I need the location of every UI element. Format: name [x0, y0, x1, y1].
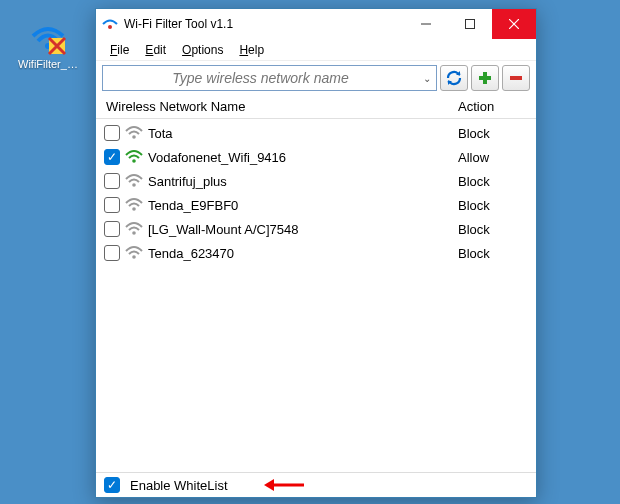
network-action: Block: [458, 198, 528, 213]
network-checkbox[interactable]: [104, 221, 120, 237]
column-header-action[interactable]: Action: [458, 99, 528, 114]
wifi-signal-icon: [124, 245, 144, 261]
network-name: Tenda_623470: [148, 246, 458, 261]
close-button[interactable]: [492, 9, 536, 39]
svg-point-9: [132, 135, 136, 139]
network-checkbox[interactable]: [104, 173, 120, 189]
network-row[interactable]: Tenda_623470Block: [104, 241, 528, 265]
svg-point-10: [132, 159, 136, 163]
menu-options[interactable]: Options: [174, 41, 231, 59]
menu-help[interactable]: Help: [231, 41, 272, 59]
close-icon: [509, 19, 519, 29]
list-header: Wireless Network Name Action: [96, 95, 536, 119]
svg-point-14: [132, 255, 136, 259]
network-list: TotaBlockVodafonenet_Wifi_9416AllowSantr…: [96, 119, 536, 472]
network-checkbox[interactable]: [104, 149, 120, 165]
wifi-signal-icon: [124, 173, 144, 189]
network-name: Tota: [148, 126, 458, 141]
network-action: Block: [458, 222, 528, 237]
search-input[interactable]: [103, 66, 418, 90]
remove-button[interactable]: [502, 65, 530, 91]
minus-icon: [508, 70, 524, 86]
maximize-button[interactable]: [448, 9, 492, 39]
network-row[interactable]: Santrifuj_plusBlock: [104, 169, 528, 193]
wifi-signal-icon: [124, 221, 144, 237]
titlebar[interactable]: Wi-Fi Filter Tool v1.1: [96, 9, 536, 39]
footer: Enable WhiteList: [96, 472, 536, 497]
network-checkbox[interactable]: [104, 245, 120, 261]
svg-point-13: [132, 231, 136, 235]
search-combobox[interactable]: ⌄: [102, 65, 437, 91]
network-row[interactable]: Tenda_E9FBF0Block: [104, 193, 528, 217]
menu-edit[interactable]: Edit: [137, 41, 174, 59]
svg-rect-3: [466, 20, 475, 29]
enable-whitelist-label: Enable WhiteList: [130, 478, 228, 493]
wifi-signal-icon: [124, 197, 144, 213]
window-title: Wi-Fi Filter Tool v1.1: [124, 17, 404, 31]
network-checkbox[interactable]: [104, 125, 120, 141]
network-action: Block: [458, 246, 528, 261]
toolbar: ⌄: [96, 61, 536, 95]
minimize-button[interactable]: [404, 9, 448, 39]
svg-point-1: [108, 25, 112, 29]
svg-point-11: [132, 183, 136, 187]
wifi-signal-icon: [124, 149, 144, 165]
network-name: Tenda_E9FBF0: [148, 198, 458, 213]
network-action: Allow: [458, 150, 528, 165]
svg-point-12: [132, 207, 136, 211]
arrow-annotation-icon: [264, 478, 304, 492]
refresh-button[interactable]: [440, 65, 468, 91]
network-row[interactable]: [LG_Wall-Mount A/C]7548Block: [104, 217, 528, 241]
network-row[interactable]: TotaBlock: [104, 121, 528, 145]
enable-whitelist-checkbox[interactable]: [104, 477, 120, 493]
refresh-icon: [445, 69, 463, 87]
wifi-signal-icon: [124, 125, 144, 141]
app-shortcut-icon: [29, 18, 67, 56]
app-icon: [102, 16, 118, 32]
plus-icon: [477, 70, 493, 86]
menubar: File Edit Options Help: [96, 39, 536, 61]
network-checkbox[interactable]: [104, 197, 120, 213]
menu-file[interactable]: File: [102, 41, 137, 59]
add-button[interactable]: [471, 65, 499, 91]
network-name: [LG_Wall-Mount A/C]7548: [148, 222, 458, 237]
network-name: Santrifuj_plus: [148, 174, 458, 189]
network-action: Block: [458, 174, 528, 189]
column-header-name[interactable]: Wireless Network Name: [104, 99, 458, 114]
network-name: Vodafonenet_Wifi_9416: [148, 150, 458, 165]
network-row[interactable]: Vodafonenet_Wifi_9416Allow: [104, 145, 528, 169]
minimize-icon: [421, 19, 431, 29]
desktop-shortcut-label: WifiFilter_x...: [18, 58, 78, 70]
maximize-icon: [465, 19, 475, 29]
network-action: Block: [458, 126, 528, 141]
chevron-down-icon[interactable]: ⌄: [418, 73, 436, 84]
desktop-shortcut[interactable]: WifiFilter_x...: [18, 18, 78, 70]
app-window: Wi-Fi Filter Tool v1.1 File Edit Options…: [95, 8, 537, 498]
